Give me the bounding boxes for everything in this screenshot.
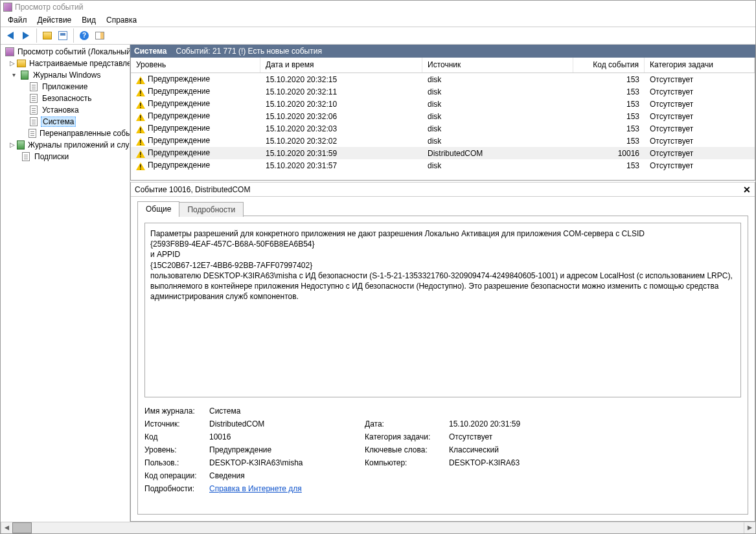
table-row[interactable]: Предупреждение15.10.2020 20:32:11disk153… — [131, 85, 755, 98]
val-user: DESKTOP-K3IRA63\misha — [209, 458, 365, 467]
window-button[interactable] — [56, 28, 70, 43]
lbl-computer: Компьютер: — [365, 458, 449, 467]
lbl-level: Уровень: — [144, 445, 209, 454]
warning-icon — [136, 75, 145, 84]
val-source: DistributedCOM — [209, 419, 365, 428]
folder-icon — [43, 32, 52, 39]
col-level[interactable]: Уровень — [131, 58, 260, 72]
tab-details[interactable]: Подробности — [179, 202, 244, 217]
log-icon — [30, 82, 38, 91]
table-row[interactable]: Предупреждение15.10.2020 20:32:02disk153… — [131, 135, 755, 147]
window-icon — [58, 31, 67, 40]
lbl-more: Подробности: — [144, 484, 209, 493]
val-opcode: Сведения — [209, 471, 741, 480]
val-date: 15.10.2020 20:31:59 — [449, 419, 741, 428]
bottom-scrollbar[interactable]: ◄ ► — [1, 522, 755, 533]
main-area: Просмотр событий (Локальный ▷Настраиваем… — [1, 45, 755, 522]
val-computer: DESKTOP-K3IRA63 — [449, 458, 741, 467]
header-summary: Событий: 21 771 (!) Есть новые события — [176, 47, 322, 56]
arrow-left-icon — [7, 32, 14, 39]
col-date[interactable]: Дата и время — [260, 58, 422, 72]
tree-forwarded[interactable]: Перенаправленные события — [1, 128, 130, 139]
lbl-opcode: Код операции: — [144, 471, 209, 480]
panel-icon — [95, 32, 104, 39]
val-taskcat: Отсутствует — [449, 432, 741, 441]
log-icon — [30, 117, 38, 126]
back-button[interactable] — [3, 28, 17, 43]
tree-application[interactable]: Приложение — [1, 81, 130, 93]
tree-system[interactable]: Система — [1, 116, 130, 128]
tree-windows-logs[interactable]: ▾Журналы Windows — [1, 69, 130, 81]
details-header: Событие 10016, DistributedCOM ✕ — [131, 183, 755, 197]
warning-icon — [136, 100, 145, 109]
scroll-thumb[interactable] — [12, 522, 32, 533]
details-pane: Событие 10016, DistributedCOM ✕ Общие По… — [130, 182, 755, 522]
menu-file[interactable]: Файл — [3, 14, 32, 26]
table-row[interactable]: Предупреждение15.10.2020 20:32:15disk153… — [131, 73, 755, 85]
titlebar[interactable]: Просмотр событий — [1, 1, 755, 14]
book-icon — [21, 71, 29, 80]
folder-icon — [17, 60, 26, 67]
help-link[interactable]: Справка в Интернете для — [209, 484, 302, 493]
book-icon — [17, 140, 25, 150]
table-row[interactable]: Предупреждение15.10.2020 20:31:59Distrib… — [131, 147, 755, 159]
val-keywords: Классический — [449, 445, 741, 454]
forward-button[interactable] — [19, 28, 33, 43]
header-title: Система — [134, 47, 167, 56]
panel-button[interactable] — [93, 28, 107, 43]
grid-body[interactable]: Предупреждение15.10.2020 20:32:15disk153… — [131, 73, 755, 180]
col-code[interactable]: Код события — [573, 58, 645, 72]
tree-setup[interactable]: Установка — [1, 104, 130, 116]
tree-subscriptions[interactable]: Подписки — [1, 151, 130, 162]
table-row[interactable]: Предупреждение15.10.2020 20:32:10disk153… — [131, 98, 755, 110]
menu-view[interactable]: Вид — [76, 14, 101, 26]
tree-root[interactable]: Просмотр событий (Локальный — [1, 46, 130, 58]
menu-action[interactable]: Действие — [32, 14, 77, 26]
lbl-user: Пользов.: — [144, 458, 209, 467]
event-meta: Имя журнала:Система Источник:Distributed… — [144, 406, 741, 493]
warning-icon — [136, 137, 145, 146]
warning-icon — [136, 112, 145, 121]
content-header: Система Событий: 21 771 (!) Есть новые с… — [130, 45, 755, 58]
warning-icon — [136, 124, 145, 133]
eventviewer-icon — [5, 47, 14, 56]
scroll-track[interactable] — [32, 522, 744, 533]
val-code: 10016 — [209, 432, 365, 441]
col-category[interactable]: Категория задачи — [645, 58, 755, 72]
content-pane: Система Событий: 21 771 (!) Есть новые с… — [130, 45, 755, 522]
lbl-date: Дата: — [365, 419, 449, 428]
explore-button[interactable] — [40, 28, 54, 43]
help-button[interactable]: ? — [77, 28, 91, 43]
tab-general[interactable]: Общие — [137, 201, 179, 216]
log-icon — [22, 152, 30, 161]
table-row[interactable]: Предупреждение15.10.2020 20:32:06disk153… — [131, 110, 755, 122]
log-icon — [29, 129, 36, 138]
warning-icon — [136, 161, 145, 170]
tree-custom-views[interactable]: ▷Настраиваемые представления — [1, 58, 130, 69]
toolbar: ? — [1, 27, 755, 45]
scroll-right-button[interactable]: ► — [744, 522, 755, 533]
col-source[interactable]: Источник — [422, 58, 573, 72]
warning-icon — [136, 87, 145, 96]
table-row[interactable]: Предупреждение15.10.2020 20:31:57disk153… — [131, 159, 755, 172]
menu-help[interactable]: Справка — [101, 14, 142, 26]
tree-security[interactable]: Безопасность — [1, 93, 130, 104]
grid-header: Уровень Дата и время Источник Код событи… — [131, 58, 755, 73]
event-description[interactable]: Параметры разрешений для конкретного при… — [144, 223, 741, 397]
app-icon — [3, 3, 12, 12]
event-grid: Уровень Дата и время Источник Код событи… — [130, 58, 755, 181]
arrow-right-icon — [23, 32, 29, 39]
lbl-logname: Имя журнала: — [144, 406, 209, 416]
val-level: Предупреждение — [209, 445, 365, 454]
help-icon: ? — [80, 31, 89, 40]
nav-tree[interactable]: Просмотр событий (Локальный ▷Настраиваем… — [1, 45, 130, 522]
val-logname: Система — [209, 406, 741, 416]
details-title: Событие 10016, DistributedCOM — [135, 185, 250, 194]
lbl-taskcat: Категория задачи: — [365, 432, 449, 441]
table-row[interactable]: Предупреждение15.10.2020 20:32:03disk153… — [131, 122, 755, 135]
log-icon — [30, 106, 38, 115]
tree-apps-services[interactable]: ▷Журналы приложений и служб — [1, 139, 130, 151]
scroll-left-button[interactable]: ◄ — [1, 522, 12, 533]
close-details-button[interactable]: ✕ — [743, 184, 751, 195]
warning-icon — [136, 149, 145, 158]
